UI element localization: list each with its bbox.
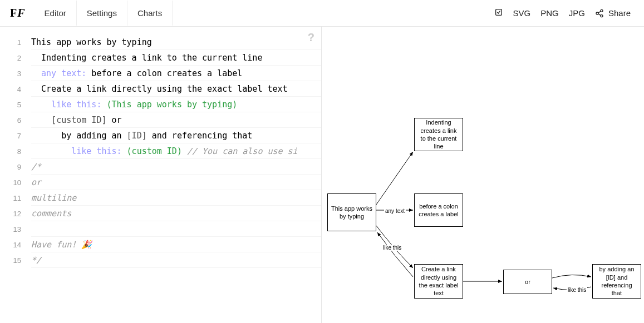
flow-node[interactable]: before a colon creates a label — [414, 193, 463, 227]
line-text[interactable]: like this: (This app works by typing) — [31, 97, 321, 112]
line-text[interactable]: any text: before a colon creates a label — [31, 66, 321, 81]
svg-point-3 — [601, 14, 603, 17]
help-button[interactable]: ? — [308, 31, 314, 44]
line-number: 15 — [0, 256, 31, 265]
editor-pane: ? 1This app works by typing2 Indenting c… — [0, 27, 322, 323]
code-line[interactable]: 4 Create a link directly using the exact… — [0, 81, 321, 97]
line-text[interactable]: Indenting creates a link to the current … — [31, 50, 321, 66]
flow-node[interactable]: or — [503, 270, 552, 294]
export-jpg[interactable]: JPG — [569, 8, 585, 18]
line-number: 3 — [0, 69, 31, 78]
header-actions: SVG PNG JPG Share — [494, 8, 644, 18]
line-number: 2 — [0, 54, 31, 62]
line-text[interactable]: or — [31, 175, 321, 190]
edge-label: like this — [382, 245, 402, 251]
svg-line-4 — [376, 152, 413, 205]
line-number: 4 — [0, 85, 31, 93]
code-line[interactable]: 8 like this: (custom ID) // You can also… — [0, 143, 321, 159]
line-number: 13 — [0, 225, 31, 233]
edge-label: like this — [567, 287, 587, 293]
edge-label: any text — [384, 208, 406, 214]
line-text[interactable]: This app works by typing — [31, 34, 321, 50]
flow-node[interactable]: by adding an [ID] and referencing that — [592, 264, 641, 299]
line-number: 11 — [0, 194, 31, 202]
code-line[interactable]: 2 Indenting creates a link to the curren… — [0, 50, 321, 66]
svg-point-2 — [596, 12, 598, 14]
code-line[interactable]: 12comments — [0, 206, 321, 221]
code-line[interactable]: 1This app works by typing — [0, 34, 321, 50]
tab-charts[interactable]: Charts — [127, 1, 173, 26]
line-number: 6 — [0, 116, 31, 125]
tab-settings[interactable]: Settings — [77, 1, 127, 26]
line-text[interactable]: by adding an [ID] and referencing that — [31, 128, 321, 143]
share-label: Share — [608, 8, 631, 18]
line-number: 14 — [0, 241, 31, 249]
flow-node[interactable]: Create a link directly using the exact l… — [414, 264, 463, 299]
tab-list: Editor Settings Charts — [35, 1, 173, 26]
line-text[interactable]: like this: (custom ID) // You can also u… — [31, 143, 321, 159]
code-editor[interactable]: 1This app works by typing2 Indenting cre… — [0, 27, 321, 268]
tab-editor[interactable]: Editor — [35, 1, 77, 26]
line-number: 5 — [0, 101, 31, 109]
logo: FF — [0, 7, 35, 19]
line-text[interactable]: /* — [31, 159, 321, 175]
code-line[interactable]: 3 any text: before a colon creates a lab… — [0, 66, 321, 81]
line-text[interactable]: */ — [31, 252, 321, 268]
export-svg[interactable]: SVG — [513, 8, 531, 18]
app-header: FF Editor Settings Charts SVG PNG JPG Sh… — [0, 0, 644, 27]
export-png[interactable]: PNG — [540, 8, 559, 18]
code-line[interactable]: 5 like this: (This app works by typing) — [0, 97, 321, 112]
main-split: ? 1This app works by typing2 Indenting c… — [0, 27, 644, 323]
flow-node[interactable]: Indenting creates a link to the current … — [414, 118, 463, 151]
line-text[interactable] — [31, 221, 321, 237]
line-number: 1 — [0, 38, 31, 47]
logo-f1: F — [10, 7, 16, 19]
code-line[interactable]: 9/* — [0, 159, 321, 175]
code-line[interactable]: 15*/ — [0, 252, 321, 268]
export-icon[interactable] — [494, 8, 503, 18]
flow-node[interactable]: This app works by typing — [327, 193, 376, 231]
line-text[interactable]: Create a link directly using the exact l… — [31, 81, 321, 97]
line-text[interactable]: multiline — [31, 190, 321, 206]
line-number: 9 — [0, 163, 31, 171]
line-text[interactable]: Have fun! 🎉 — [31, 237, 321, 252]
share-button[interactable]: Share — [595, 8, 631, 18]
code-line[interactable]: 6 [custom ID] or — [0, 112, 321, 128]
line-number: 10 — [0, 178, 31, 187]
line-text[interactable]: comments — [31, 206, 321, 221]
code-line[interactable]: 10or — [0, 175, 321, 190]
code-line[interactable]: 13 — [0, 221, 321, 237]
canvas-pane[interactable]: This app works by typingIndenting create… — [322, 27, 644, 323]
code-line[interactable]: 14Have fun! 🎉 — [0, 237, 321, 252]
line-number: 12 — [0, 210, 31, 218]
code-line[interactable]: 11multiline — [0, 190, 321, 206]
code-line[interactable]: 7 by adding an [ID] and referencing that — [0, 128, 321, 143]
line-number: 8 — [0, 147, 31, 156]
line-number: 7 — [0, 132, 31, 140]
share-icon — [595, 9, 604, 18]
svg-point-1 — [601, 9, 603, 12]
line-text[interactable]: [custom ID] or — [31, 112, 321, 128]
logo-f2: F — [17, 7, 24, 19]
